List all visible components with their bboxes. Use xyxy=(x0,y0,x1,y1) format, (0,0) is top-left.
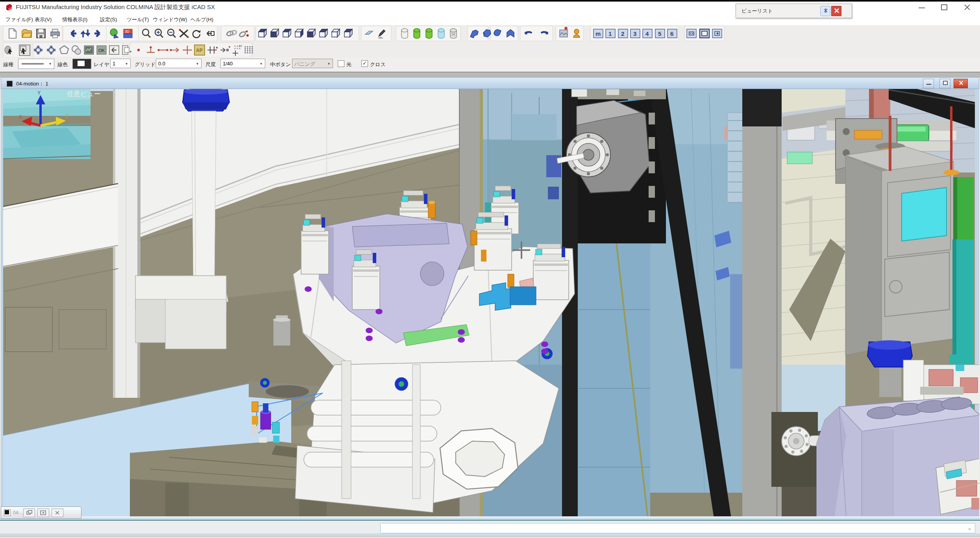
svg-text:任意ビュー: 任意ビュー xyxy=(67,90,101,98)
svg-text:10: 10 xyxy=(239,44,242,48)
svg-text:X: X xyxy=(19,114,22,120)
svg-text:6: 6 xyxy=(670,30,673,37)
svg-text:Y: Y xyxy=(37,90,41,96)
svg-text:3: 3 xyxy=(633,30,636,37)
svg-text:1: 1 xyxy=(608,30,612,37)
svg-text:5: 5 xyxy=(658,30,661,37)
svg-text:m: m xyxy=(595,30,601,37)
svg-text:OK: OK xyxy=(98,48,105,53)
svg-text:3D: 3D xyxy=(125,30,129,33)
svg-text:Z: Z xyxy=(65,113,68,119)
svg-text:4: 4 xyxy=(645,30,649,37)
svg-text:ABC: ABC xyxy=(378,37,383,39)
svg-text:2: 2 xyxy=(621,30,624,37)
svg-text:AP: AP xyxy=(196,48,203,53)
